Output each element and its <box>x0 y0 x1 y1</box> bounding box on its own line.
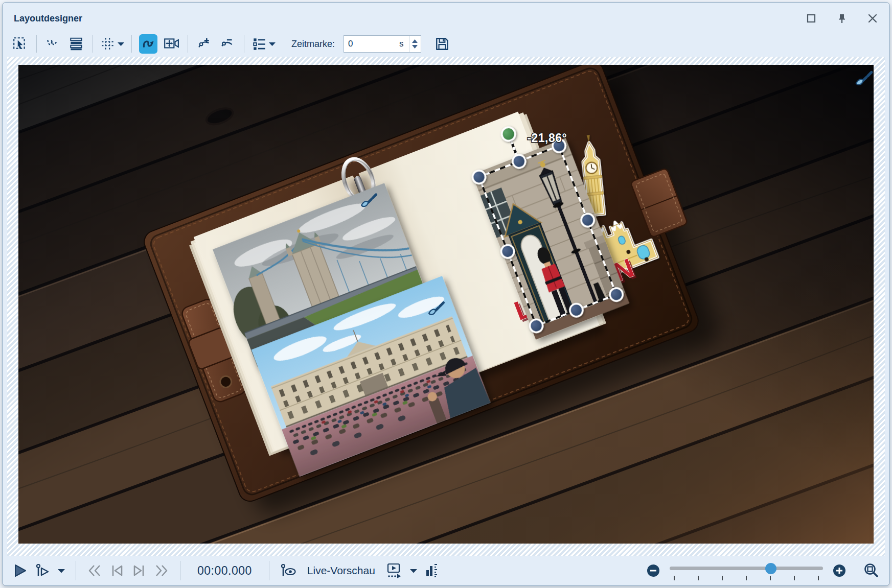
toolbar-separator <box>188 35 188 53</box>
layout-canvas[interactable]: LONDON LONDON <box>18 65 874 544</box>
select-tool-icon <box>12 36 28 52</box>
zoom-slider-track[interactable] <box>670 567 823 570</box>
chevron-down-icon <box>410 569 417 573</box>
canvas-frame: LONDON LONDON <box>7 57 885 556</box>
previous-frame-button[interactable] <box>110 563 124 578</box>
transport-separator <box>269 561 269 580</box>
scene-svg[interactable]: LONDON LONDON <box>18 65 874 544</box>
grid-icon <box>100 36 116 52</box>
titlebar: Layoutdesigner <box>3 3 889 31</box>
play-from-timemark-icon <box>35 563 50 578</box>
skip-to-start-button[interactable] <box>87 563 102 578</box>
live-preview-label: Live-Vorschau <box>307 565 375 577</box>
spinner-up-icon[interactable] <box>412 39 418 43</box>
motion-path-tool-button[interactable] <box>139 34 157 54</box>
remove-curve-point-button[interactable] <box>218 34 237 54</box>
zoom-controls <box>646 561 879 580</box>
next-frame-icon <box>132 563 146 578</box>
camera-pan-tool-button[interactable] <box>162 34 180 54</box>
zoom-out-icon <box>646 563 660 578</box>
toolbar-separator <box>131 35 132 53</box>
skip-to-end-button[interactable] <box>154 563 169 578</box>
zeitmarke-input[interactable] <box>344 36 399 52</box>
zoom-out-button[interactable] <box>646 563 660 578</box>
camera-pan-icon <box>163 36 179 52</box>
maximize-button[interactable] <box>805 12 818 25</box>
audio-levels-icon <box>425 563 438 578</box>
grid-tool-button[interactable] <box>100 34 124 54</box>
add-curve-point-icon <box>197 36 212 52</box>
previous-frame-icon <box>110 563 124 578</box>
zoom-slider[interactable] <box>670 561 823 580</box>
motion-path-icon <box>141 36 156 52</box>
zoom-in-button[interactable] <box>832 563 847 578</box>
add-curve-point-button[interactable] <box>195 34 214 54</box>
time-display: 00:00.000 <box>197 564 252 578</box>
select-tool-button[interactable] <box>11 34 29 54</box>
close-icon <box>867 13 878 24</box>
toolbar-separator <box>36 35 37 53</box>
toolbar-separator <box>244 35 244 53</box>
render-preview-dropdown[interactable] <box>410 569 417 573</box>
zoom-fit-icon <box>863 562 879 579</box>
pin-button[interactable] <box>835 12 849 25</box>
play-icon <box>13 563 27 578</box>
zoom-in-icon <box>832 563 847 578</box>
transport-bar: 00:00.000 Live-Vorschau <box>3 556 889 585</box>
chevron-down-icon <box>269 42 276 46</box>
toolbar: Zeitmarke: s <box>3 31 889 57</box>
transport-separator <box>76 561 76 580</box>
window-title: Layoutdesigner <box>14 13 82 24</box>
transport-separator <box>180 561 180 580</box>
layer-rows-icon <box>68 36 84 52</box>
maximize-icon <box>806 13 817 24</box>
play-options-dropdown[interactable] <box>58 569 65 573</box>
path-edit-tool-button[interactable] <box>44 34 62 54</box>
keyframe-list-button[interactable] <box>251 34 276 54</box>
live-preview-pin-eye-icon <box>280 563 296 578</box>
zoom-slider-thumb[interactable] <box>765 563 776 574</box>
chevron-down-icon <box>118 42 124 46</box>
chevron-down-icon <box>58 569 65 573</box>
spinner-down-icon[interactable] <box>412 45 418 49</box>
audio-levels-button[interactable] <box>425 563 438 578</box>
path-edit-icon <box>45 36 61 52</box>
zeitmarke-field: s <box>344 35 421 53</box>
skip-to-start-icon <box>87 563 102 578</box>
pin-icon <box>836 13 848 24</box>
render-preview-icon <box>386 563 402 578</box>
rotation-angle-label: -21,86° <box>527 131 567 145</box>
close-button[interactable] <box>866 12 879 25</box>
zeitmarke-spinner[interactable] <box>409 36 421 52</box>
skip-to-end-icon <box>154 563 169 578</box>
layoutdesigner-window: Layoutdesigner <box>2 2 890 586</box>
toolbar-separator <box>93 35 93 53</box>
zeitmarke-unit: s <box>399 36 409 52</box>
render-preview-button[interactable] <box>386 563 402 578</box>
live-preview-toggle[interactable] <box>280 563 296 578</box>
save-icon <box>434 36 450 52</box>
remove-curve-point-icon <box>220 36 235 52</box>
zoom-slider-ticks <box>674 576 819 580</box>
play-button[interactable] <box>13 563 27 578</box>
play-from-timemark-button[interactable] <box>35 563 50 578</box>
zoom-fit-button[interactable] <box>863 562 879 579</box>
next-frame-button[interactable] <box>132 563 146 578</box>
brush-canvas-corner-icon <box>853 69 874 87</box>
save-button[interactable] <box>433 34 451 54</box>
layer-rows-tool-button[interactable] <box>67 34 85 54</box>
zeitmarke-label: Zeitmarke: <box>291 39 335 50</box>
keyframe-list-icon <box>251 36 267 52</box>
